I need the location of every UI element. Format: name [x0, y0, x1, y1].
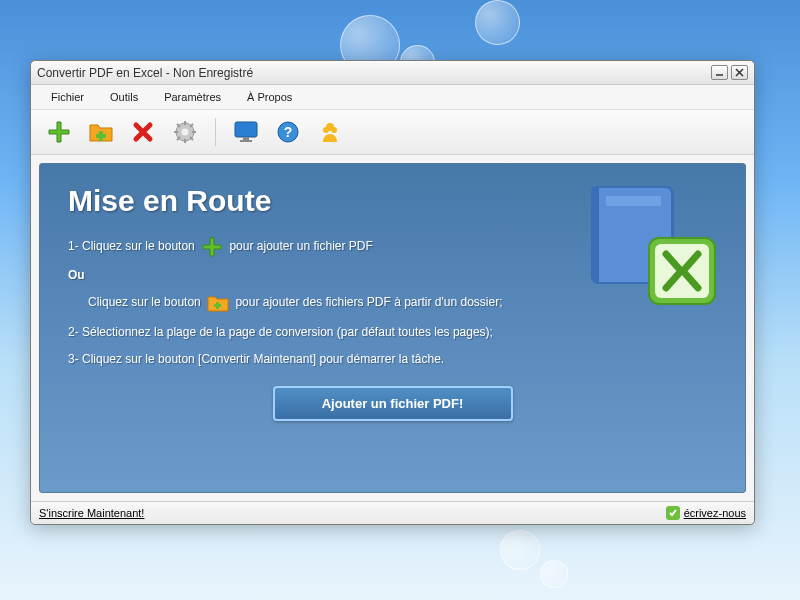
step1-text-b: pour ajouter un fichier PDF: [229, 239, 372, 253]
menu-file[interactable]: Fichier: [41, 88, 94, 106]
svg-rect-21: [606, 196, 661, 206]
close-button[interactable]: [731, 65, 748, 80]
svg-rect-13: [235, 122, 257, 137]
svg-point-20: [331, 127, 337, 133]
toolbar: ?: [31, 110, 754, 155]
svg-rect-14: [243, 137, 249, 140]
app-window: Convertir PDF en Excel - Non Enregistré …: [30, 60, 755, 525]
add-pdf-button[interactable]: Ajouter un fichier PDF!: [273, 386, 513, 421]
folder-icon: [88, 119, 114, 145]
add-file-button[interactable]: [43, 116, 75, 148]
delete-button[interactable]: [127, 116, 159, 148]
settings-button[interactable]: [169, 116, 201, 148]
step1d-text: pour ajouter des fichiers PDF à partir d…: [235, 295, 502, 309]
menu-about[interactable]: À Propos: [237, 88, 302, 106]
statusbar: S'inscrire Maintenant! écrivez-nous: [31, 501, 754, 524]
help-icon: ?: [276, 120, 300, 144]
svg-point-4: [182, 129, 189, 136]
svg-point-19: [323, 127, 329, 133]
register-link[interactable]: S'inscrire Maintenant!: [39, 507, 144, 519]
monitor-icon: [233, 119, 259, 145]
inline-folder-icon: [207, 292, 229, 314]
instruction-step-3: 3- Cliquez sur le bouton [Convertir Main…: [68, 351, 717, 368]
step1c-text: Cliquez sur le bouton: [88, 295, 201, 309]
inline-plus-icon: [201, 236, 223, 258]
window-title: Convertir PDF en Excel - Non Enregistré: [37, 66, 253, 80]
add-folder-button[interactable]: [85, 116, 117, 148]
contact-area: écrivez-nous: [666, 506, 746, 520]
toolbar-divider: [215, 118, 216, 146]
decorative-bubble: [540, 560, 568, 588]
getting-started-panel: Mise en Route 1- Cliquez sur le bouton p…: [39, 163, 746, 493]
menu-tools[interactable]: Outils: [100, 88, 148, 106]
svg-text:?: ?: [284, 124, 293, 140]
plus-icon: [46, 119, 72, 145]
book-excel-icon: [571, 176, 721, 326]
user-icon: [318, 120, 342, 144]
help-button[interactable]: ?: [272, 116, 304, 148]
titlebar: Convertir PDF en Excel - Non Enregistré: [31, 61, 754, 85]
gear-icon: [173, 120, 197, 144]
svg-rect-15: [240, 140, 252, 142]
monitor-button[interactable]: [230, 116, 262, 148]
step1-text-a: 1- Cliquez sur le bouton: [68, 239, 195, 253]
menubar: Fichier Outils Paramètres À Propos: [31, 85, 754, 110]
decorative-bubble: [500, 530, 540, 570]
window-controls: [711, 65, 748, 80]
instruction-step-2: 2- Sélectionnez la plage de la page de c…: [68, 324, 717, 341]
check-icon: [666, 506, 680, 520]
user-button[interactable]: [314, 116, 346, 148]
contact-link[interactable]: écrivez-nous: [684, 507, 746, 519]
minimize-button[interactable]: [711, 65, 728, 80]
menu-settings[interactable]: Paramètres: [154, 88, 231, 106]
decorative-bubble: [475, 0, 520, 45]
delete-icon: [131, 120, 155, 144]
